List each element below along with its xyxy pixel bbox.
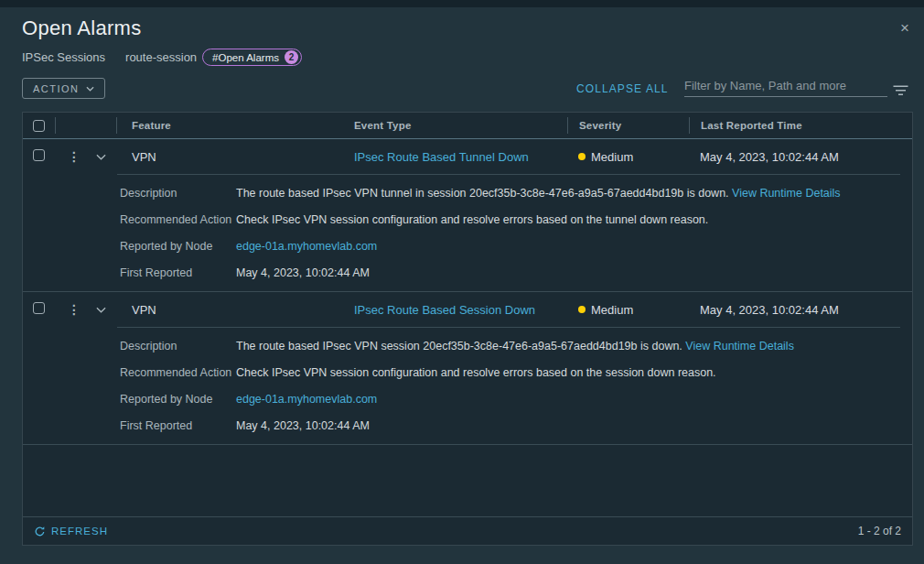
table-header-icons-spacer <box>56 117 117 134</box>
select-all-checkbox[interactable] <box>33 120 45 132</box>
recommended-action-label: Recommended Action <box>120 213 236 226</box>
row-menu-icon[interactable]: ⋮ <box>68 150 81 163</box>
row-checkbox[interactable] <box>33 302 45 314</box>
open-alarms-pill[interactable]: #Open Alarms 2 <box>202 49 302 66</box>
table-header-row: Feature Event Type Severity Last Reporte… <box>23 113 912 139</box>
reported-by-node-link[interactable]: edge-01a.myhomevlab.com <box>236 240 377 253</box>
last-reported-time-value: May 4, 2023, 10:02:44 AM <box>689 150 912 164</box>
column-header-last-reported-time: Last Reported Time <box>689 117 912 134</box>
description-label: Description <box>120 340 236 352</box>
feature-value: VPN <box>117 303 349 317</box>
filter-icon[interactable] <box>893 83 908 100</box>
recommended-action-value: Check IPsec VPN session configuration an… <box>236 213 708 226</box>
severity-value: Medium <box>591 303 633 317</box>
reported-by-node-link[interactable]: edge-01a.myhomevlab.com <box>236 393 377 406</box>
table-footer: REFRESH 1 - 2 of 2 <box>23 516 912 545</box>
first-reported-label: First Reported <box>120 419 236 432</box>
first-reported-label: First Reported <box>120 266 236 279</box>
reported-by-node-label: Reported by Node <box>120 240 236 253</box>
breadcrumb-item-ipsec-sessions: IPSec Sessions <box>22 50 105 64</box>
close-icon[interactable]: × <box>897 18 913 38</box>
pagination-text: 1 - 2 of 2 <box>858 525 901 537</box>
view-runtime-details-link[interactable]: View Runtime Details <box>685 340 794 352</box>
first-reported-value: May 4, 2023, 10:02:44 AM <box>236 419 370 432</box>
alarm-group: ⋮ VPN IPsec Route Based Tunnel Down Medi… <box>23 139 912 291</box>
first-reported-value: May 4, 2023, 10:02:44 AM <box>236 266 370 279</box>
filter-input-wrap <box>684 77 887 97</box>
refresh-icon <box>34 526 46 537</box>
alarm-count-badge: 2 <box>285 50 298 64</box>
chevron-down-icon <box>86 86 94 92</box>
open-alarms-pill-label: #Open Alarms <box>212 52 279 63</box>
column-header-event-type: Event Type <box>349 120 567 131</box>
description-value: The route based IPsec VPN session 20ecf3… <box>236 340 682 352</box>
event-type-link[interactable]: IPsec Route Based Session Down <box>354 303 535 317</box>
severity-medium-dot-icon <box>578 153 586 160</box>
filter-input[interactable] <box>684 79 887 92</box>
reported-by-node-label: Reported by Node <box>120 393 236 406</box>
column-header-feature: Feature <box>117 120 349 131</box>
collapse-row-chevron-icon[interactable] <box>96 154 106 160</box>
recommended-action-label: Recommended Action <box>120 366 236 379</box>
event-type-link[interactable]: IPsec Route Based Tunnel Down <box>354 150 529 164</box>
breadcrumb: IPSec Sessions route-session #Open Alarm… <box>22 49 302 66</box>
feature-value: VPN <box>117 150 349 164</box>
alarm-row: ⋮ VPN IPsec Route Based Tunnel Down Medi… <box>23 139 912 174</box>
last-reported-time-value: May 4, 2023, 10:02:44 AM <box>689 303 912 317</box>
collapse-all-button[interactable]: COLLAPSE ALL <box>576 82 669 95</box>
collapse-row-chevron-icon[interactable] <box>96 307 106 313</box>
view-runtime-details-link[interactable]: View Runtime Details <box>732 187 841 200</box>
page-title: Open Alarms <box>22 16 141 40</box>
row-checkbox[interactable] <box>33 149 45 161</box>
top-edge-strip <box>0 0 924 7</box>
recommended-action-value: Check IPsec VPN session configuration an… <box>236 366 716 379</box>
breadcrumb-item-route-session: route-session <box>125 50 197 64</box>
refresh-label: REFRESH <box>51 526 108 537</box>
description-value: The route based IPsec VPN tunnel in sess… <box>236 187 729 200</box>
column-header-severity: Severity <box>567 117 689 134</box>
action-menu-label: ACTION <box>33 83 80 94</box>
alarm-row: ⋮ VPN IPsec Route Based Session Down Med… <box>23 292 912 327</box>
refresh-button[interactable]: REFRESH <box>34 526 108 537</box>
action-menu-button[interactable]: ACTION <box>22 78 105 99</box>
severity-medium-dot-icon <box>578 306 586 313</box>
alarms-table: Feature Event Type Severity Last Reporte… <box>22 112 913 546</box>
table-empty-space <box>23 445 912 516</box>
description-label: Description <box>120 187 236 200</box>
alarm-details: Description The route based IPsec VPN se… <box>23 328 912 444</box>
alarm-details: Description The route based IPsec VPN tu… <box>23 175 912 291</box>
alarm-group: ⋮ VPN IPsec Route Based Session Down Med… <box>23 292 912 444</box>
severity-value: Medium <box>591 150 633 164</box>
row-menu-icon[interactable]: ⋮ <box>68 303 81 316</box>
